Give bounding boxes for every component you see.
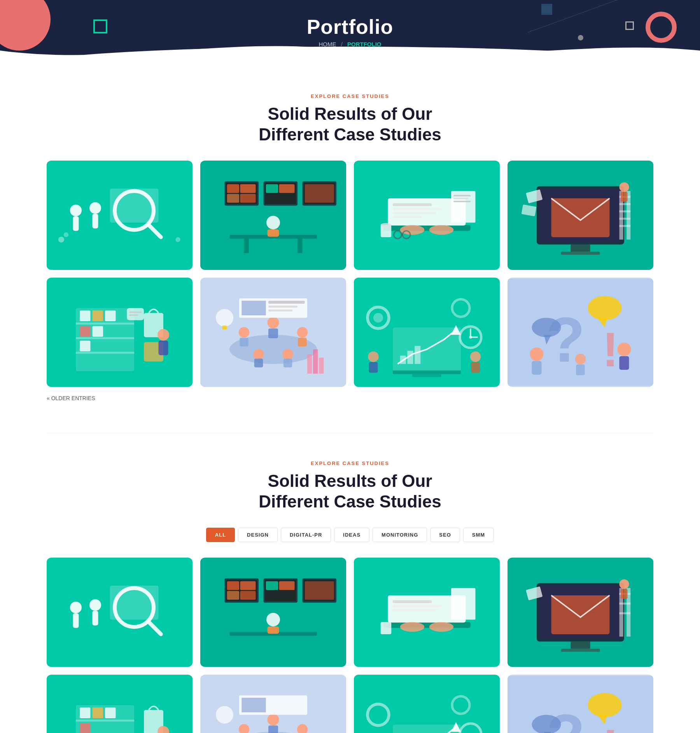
card-2-2-dashboard[interactable] bbox=[200, 558, 346, 667]
svg-point-131 bbox=[530, 347, 544, 361]
cards-grid-1: ? ! bbox=[47, 161, 653, 387]
svg-rect-188 bbox=[76, 720, 134, 722]
card-2-4-monitor[interactable] bbox=[508, 558, 653, 667]
svg-point-138 bbox=[70, 602, 82, 613]
svg-rect-86 bbox=[268, 328, 278, 338]
svg-point-129 bbox=[532, 318, 561, 337]
svg-rect-111 bbox=[408, 351, 413, 364]
svg-rect-141 bbox=[93, 611, 98, 626]
card-6-meeting[interactable] bbox=[200, 278, 346, 387]
svg-rect-40 bbox=[453, 195, 471, 196]
card-4-monitor[interactable] bbox=[508, 161, 653, 270]
svg-rect-145 bbox=[200, 559, 346, 666]
card-2-8-question[interactable]: ? ! bbox=[508, 675, 653, 733]
svg-point-89 bbox=[297, 327, 308, 338]
card-2-dashboard[interactable] bbox=[200, 161, 346, 270]
svg-rect-26 bbox=[279, 184, 295, 193]
svg-point-147 bbox=[266, 613, 280, 626]
svg-point-3 bbox=[89, 202, 101, 213]
svg-rect-110 bbox=[400, 355, 406, 364]
svg-rect-73 bbox=[80, 326, 91, 337]
section1-title: Solid Results of Our Different Case Stud… bbox=[47, 104, 653, 145]
svg-rect-42 bbox=[453, 201, 471, 202]
card-2-7-analytics[interactable] bbox=[354, 675, 500, 733]
svg-rect-16 bbox=[268, 229, 279, 236]
svg-point-127 bbox=[588, 296, 622, 320]
card-2-1-search[interactable] bbox=[47, 558, 192, 667]
svg-rect-139 bbox=[73, 613, 79, 628]
svg-point-9 bbox=[175, 237, 180, 242]
svg-rect-170 bbox=[451, 588, 476, 619]
svg-rect-29 bbox=[305, 184, 334, 203]
svg-rect-71 bbox=[93, 310, 103, 321]
svg-point-38 bbox=[429, 225, 454, 234]
svg-rect-57 bbox=[620, 203, 631, 205]
older-entries: « OLDER ENTRIES bbox=[47, 395, 653, 402]
filter-tab-design[interactable]: DESIGN bbox=[238, 528, 278, 542]
svg-rect-192 bbox=[93, 707, 103, 718]
svg-rect-134 bbox=[620, 356, 629, 370]
svg-rect-81 bbox=[130, 311, 142, 313]
svg-rect-41 bbox=[453, 198, 468, 199]
svg-rect-72 bbox=[105, 310, 116, 321]
svg-rect-20 bbox=[240, 184, 256, 193]
svg-point-91 bbox=[253, 349, 264, 360]
svg-rect-58 bbox=[620, 210, 631, 212]
deco-square-dark bbox=[541, 4, 552, 15]
filter-tab-all[interactable]: ALL bbox=[206, 528, 235, 542]
svg-rect-11 bbox=[200, 162, 346, 269]
svg-point-44 bbox=[381, 223, 392, 227]
svg-rect-97 bbox=[268, 301, 305, 304]
svg-rect-148 bbox=[268, 626, 279, 634]
wave-svg bbox=[0, 35, 700, 62]
svg-rect-74 bbox=[93, 326, 103, 337]
svg-rect-121 bbox=[369, 362, 378, 373]
card-3-laptop[interactable] bbox=[354, 161, 500, 270]
svg-point-122 bbox=[470, 351, 481, 362]
section1-tag: EXPLORE CASE STUDIES bbox=[47, 93, 653, 99]
svg-rect-182 bbox=[620, 612, 631, 614]
svg-rect-34 bbox=[393, 208, 441, 210]
svg-rect-59 bbox=[620, 217, 631, 219]
svg-rect-69 bbox=[76, 352, 134, 353]
card-2-5-ecommerce[interactable] bbox=[47, 675, 192, 733]
svg-rect-75 bbox=[80, 341, 91, 352]
svg-rect-36 bbox=[393, 215, 422, 217]
svg-rect-123 bbox=[471, 362, 480, 373]
svg-rect-151 bbox=[227, 581, 239, 590]
svg-point-100 bbox=[216, 309, 233, 326]
card-1-search[interactable] bbox=[47, 161, 192, 270]
svg-rect-96 bbox=[242, 301, 266, 315]
svg-rect-166 bbox=[393, 605, 441, 607]
card-8-question[interactable]: ? ! bbox=[508, 278, 653, 387]
svg-point-37 bbox=[400, 225, 425, 234]
filter-tab-monitoring[interactable]: MONITORING bbox=[373, 528, 427, 542]
svg-point-120 bbox=[368, 351, 379, 362]
svg-rect-171 bbox=[381, 622, 392, 634]
svg-rect-92 bbox=[254, 359, 263, 367]
svg-point-114 bbox=[373, 313, 383, 322]
svg-text:!: ! bbox=[602, 322, 619, 376]
card-2-3-laptop[interactable] bbox=[354, 558, 500, 667]
filter-tab-seo[interactable]: SEO bbox=[430, 528, 460, 542]
svg-rect-90 bbox=[298, 338, 307, 346]
older-entries-link[interactable]: « OLDER ENTRIES bbox=[47, 395, 95, 401]
deco-square-teal bbox=[93, 19, 107, 33]
card-2-6-meeting[interactable] bbox=[200, 675, 346, 733]
svg-point-15 bbox=[266, 215, 280, 229]
card-7-analytics[interactable] bbox=[354, 278, 500, 387]
cards-grid-2: ? ! bbox=[47, 558, 653, 733]
svg-rect-2 bbox=[73, 216, 79, 231]
card-5-ecommerce[interactable] bbox=[47, 278, 192, 387]
filter-tab-ideas[interactable]: IDEAS bbox=[334, 528, 369, 542]
svg-rect-102 bbox=[307, 354, 312, 374]
svg-point-61 bbox=[620, 182, 629, 192]
svg-rect-60 bbox=[620, 225, 631, 227]
svg-point-85 bbox=[268, 317, 279, 328]
svg-rect-98 bbox=[268, 306, 298, 308]
filter-tab-smm[interactable]: SMM bbox=[463, 528, 494, 542]
svg-rect-194 bbox=[80, 723, 91, 733]
filter-tab-digital-pr[interactable]: DIGITAL-PR bbox=[281, 528, 331, 542]
svg-rect-112 bbox=[415, 346, 420, 364]
section2-title: Solid Results of Our Different Case Stud… bbox=[47, 471, 653, 512]
